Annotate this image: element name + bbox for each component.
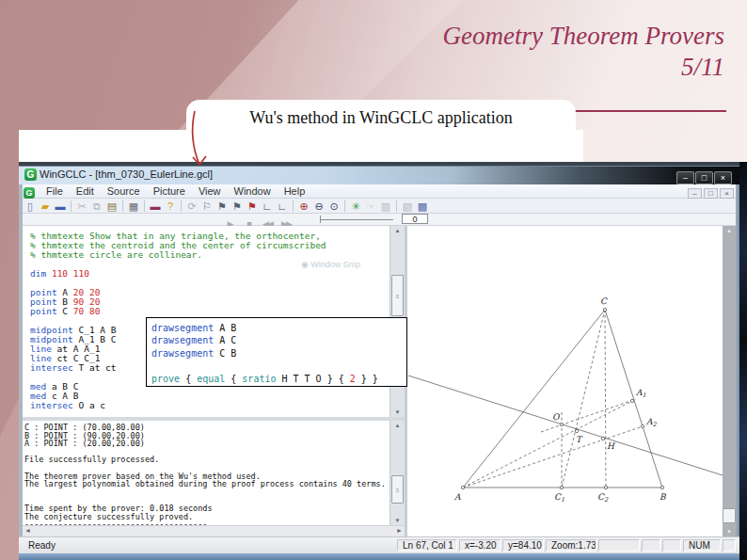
status-cell: y=84.10: [502, 539, 544, 552]
figure-point-B: [660, 486, 663, 488]
figure-point-A2: [641, 424, 644, 427]
scroll-up-icon[interactable]: ▲: [390, 421, 405, 430]
drawing-scroll-thumb[interactable]: [723, 508, 736, 523]
console-text: C : POINT : (70.00,80.00)B : POINT : (90…: [23, 421, 389, 525]
zoom-in-icon[interactable]: ⊕: [296, 200, 311, 213]
scroll-down-icon[interactable]: ▼: [390, 408, 405, 417]
app-icon: G: [24, 168, 37, 181]
menu-source[interactable]: Source: [101, 184, 147, 198]
console-scrollbar[interactable]: ▲ ≡ ▼: [389, 421, 405, 525]
toolbar-separator: [71, 200, 72, 212]
figure-point-A: [461, 486, 464, 488]
flag-outline-icon[interactable]: ⚐: [199, 200, 215, 213]
output-console[interactable]: C : POINT : (70.00,80.00)B : POINT : (90…: [23, 421, 389, 525]
figure-solid-line: [605, 310, 662, 488]
pan-icon[interactable]: ☞: [363, 200, 378, 213]
flag-alt-icon[interactable]: ⚑: [230, 200, 245, 213]
figure-label-A: A: [453, 492, 461, 502]
console-hscrollbar[interactable]: ◄ ►: [23, 525, 405, 536]
scroll-up-icon[interactable]: ▲: [390, 226, 405, 235]
help-icon[interactable]: ?: [163, 200, 178, 213]
maximize-button[interactable]: □: [695, 171, 713, 184]
toolbar-separator: [396, 200, 397, 212]
figure-label-A1: A1: [635, 388, 646, 399]
figure-label-B: B: [660, 492, 667, 502]
slide-title: Geometry Theorem Provers 5/11: [443, 21, 724, 83]
red-flag-icon[interactable]: ⚑: [245, 200, 260, 213]
figure-point-C1: [560, 486, 563, 488]
scroll-down-icon[interactable]: ▼: [390, 516, 405, 525]
figure-label-T: T: [576, 435, 583, 444]
paste-icon[interactable]: ▤: [104, 200, 119, 213]
export-icon[interactable]: ▩: [415, 200, 430, 213]
menu-window[interactable]: Window: [228, 184, 278, 198]
flag-icon[interactable]: ⚑: [215, 200, 230, 213]
cut-icon[interactable]: ✂: [74, 200, 89, 213]
menu-file[interactable]: File: [40, 184, 70, 198]
mdi-close-button[interactable]: ×: [720, 188, 734, 199]
menu-picture[interactable]: Picture: [147, 184, 192, 198]
overlay-code-line: prove { equal { sratio H T T O } { 2 } }: [151, 373, 406, 385]
refresh-icon[interactable]: ⟳: [184, 200, 199, 213]
figure-point-T: [575, 429, 578, 432]
zoom-out-icon[interactable]: ⊖: [311, 200, 326, 213]
snip-icon: ◉: [301, 260, 310, 269]
drawing-canvas[interactable]: ABCC1C2A1A2OTH: [407, 226, 723, 536]
figure-label-H: H: [607, 441, 615, 451]
euler-line-figure: ABCC1C2A1A2OTH: [407, 226, 723, 536]
menu-help[interactable]: Help: [278, 184, 312, 198]
overlay-code-line: drawsegment A B: [151, 322, 406, 334]
copy-icon[interactable]: ⧉: [89, 200, 104, 213]
print-icon[interactable]: ▦: [126, 200, 141, 213]
status-cell: [723, 539, 736, 552]
status-cell: [662, 539, 681, 552]
manual-icon[interactable]: ▬: [148, 200, 163, 213]
figure-label-O: O: [552, 412, 561, 422]
editor-scroll-thumb[interactable]: ≡: [391, 275, 404, 316]
mdi-minimize-button[interactable]: –: [688, 188, 702, 199]
figure-point-H: [601, 437, 604, 440]
angle-off-icon[interactable]: ∟: [275, 200, 290, 213]
figure-label-C: C: [600, 296, 608, 306]
scroll-up-icon[interactable]: ▲: [723, 226, 736, 235]
overlay-code-line: [151, 360, 406, 372]
open-icon[interactable]: ▰: [38, 200, 53, 213]
status-cell: x=-3.20: [459, 539, 501, 552]
annotation-arrow: [179, 105, 216, 175]
scroll-down-icon[interactable]: ▼: [723, 527, 736, 536]
animation-slider[interactable]: [320, 219, 393, 220]
slide-title-line1: Geometry Theorem Provers: [443, 21, 724, 52]
code-line: dim 110 110: [30, 269, 389, 279]
colors-icon[interactable]: ✳: [348, 200, 363, 213]
status-ready: Ready: [28, 540, 395, 551]
minimize-button[interactable]: –: [676, 171, 694, 184]
drawing-scrollbar[interactable]: ▲ ▼: [723, 226, 736, 536]
status-cell: Zoom:1.73: [546, 539, 596, 552]
toolbar-separator: [293, 200, 294, 212]
status-cell: [598, 539, 640, 552]
close-button[interactable]: ×: [714, 171, 732, 184]
image-icon[interactable]: ▧: [400, 200, 415, 213]
console-line: A : POINT : (20.00,20.00): [24, 440, 389, 448]
animation-toolbar: ▶■◀◀▶▶ 0: [19, 214, 739, 226]
mdi-restore-button[interactable]: □: [704, 188, 718, 199]
frame-counter[interactable]: 0: [402, 214, 428, 224]
scroll-right-icon[interactable]: ►: [396, 527, 403, 534]
slide-page-number: 5/11: [443, 52, 724, 83]
scroll-left-icon[interactable]: ◄: [24, 527, 31, 534]
film-icon[interactable]: ▥: [378, 200, 393, 213]
new-icon[interactable]: ▯: [23, 200, 38, 213]
save-icon[interactable]: ▬: [53, 200, 68, 213]
figure-dashed-line: [605, 310, 606, 488]
angle-icon[interactable]: ∟: [260, 200, 275, 213]
status-cells: Ln 67, Col 1x=-3.20y=84.10Zoom:1.73NUM: [395, 539, 736, 552]
zoom-reset-icon[interactable]: ⊙: [326, 200, 342, 213]
menu-edit[interactable]: Edit: [70, 184, 101, 198]
figure-label-A2: A2: [645, 417, 658, 428]
overlay-code-line: drawsegment A C: [151, 334, 406, 346]
menu-view[interactable]: View: [192, 184, 228, 198]
caption-line1: Wu's method in WinGCLC application: [186, 106, 576, 129]
code-overlay-tooltip: drawsegment A Bdrawsegment A Cdrawsegmen…: [146, 317, 407, 387]
console-scroll-thumb[interactable]: ≡: [391, 475, 404, 504]
screenshot-margin: [19, 130, 583, 165]
